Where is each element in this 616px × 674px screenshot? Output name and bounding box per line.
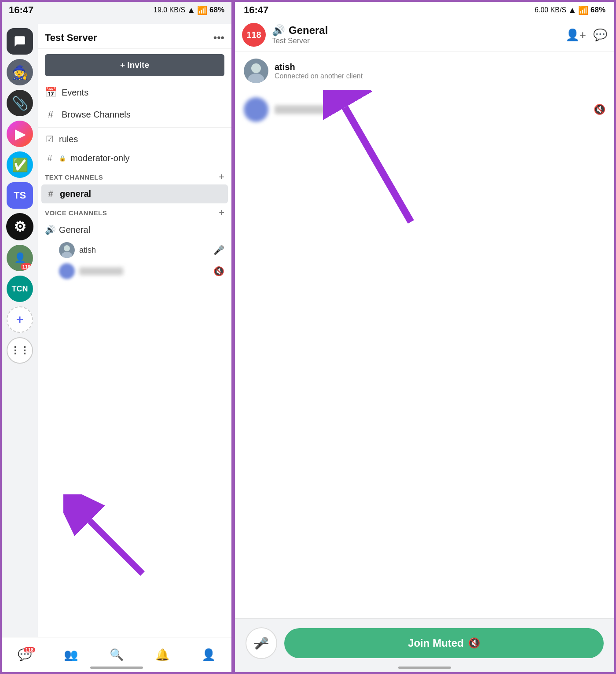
right-bottom-bar: 🎤 Join Muted 🔇 (235, 618, 614, 672)
moderator-only-label: moderator-only (70, 153, 130, 163)
voice-channels-header: VOICE CHANNELS (45, 209, 107, 217)
browse-channels-label: Browse Channels (62, 110, 131, 120)
right-wifi-icon: ▲ (568, 5, 576, 15)
server-name: Test Server (45, 32, 97, 44)
atish-avatar (59, 242, 75, 258)
server-sidebar: 🧙 📎 ▶ ✅ TS ⚙ 👤 118 TCN + ⋮⋮ (2, 24, 38, 637)
events-label: Events (62, 88, 88, 98)
mute-slash-icon: 🎤 (254, 637, 268, 650)
add-server-icon: + (16, 313, 23, 327)
channel-server: Test Server (272, 37, 559, 45)
channel-list: Test Server ••• + Invite 📅 Events # Brow… (38, 24, 231, 637)
add-text-channel-button[interactable]: + (219, 171, 224, 183)
moderator-hash-icon: # (45, 153, 55, 163)
blurred-right-name (275, 105, 327, 114)
nav-home[interactable]: 💬 118 (18, 648, 32, 662)
sidebar-item-chat[interactable] (7, 28, 33, 55)
right-time: 16:47 (244, 4, 268, 16)
atish-name: atish (79, 246, 96, 255)
signal-icon: 📶 (197, 5, 208, 15)
voice-member-blurred[interactable]: 🔇 (38, 261, 231, 282)
invite-button[interactable]: + Invite (45, 54, 224, 76)
rules-icon: ☑ (45, 134, 55, 144)
text-channels-section: TEXT CHANNELS + (38, 168, 231, 184)
hash-icon: # (46, 189, 55, 199)
voice-member-atish[interactable]: atish 🎤 (38, 239, 231, 261)
general-channel-label: general (60, 189, 91, 199)
sidebar-item-add[interactable]: + (7, 306, 33, 333)
sidebar-item-tcn[interactable]: TCN (7, 276, 33, 302)
join-muted-icon: 🔇 (468, 637, 480, 649)
atish-right-name: atish (275, 62, 605, 72)
general-voice-channel[interactable]: 🔊 General (38, 220, 231, 239)
voice-channel-header: 118 🔊 General Test Server 👤+ 💬 (235, 18, 614, 52)
join-muted-label: Join Muted (408, 637, 464, 649)
blurred-right-avatar (244, 97, 268, 122)
blurred-mute-icon: 🔇 (213, 266, 224, 276)
nav-notifications[interactable]: 🔔 (155, 648, 169, 662)
left-data-speed: 19.0 KB/S (154, 6, 185, 14)
blurred-avatar (59, 263, 75, 279)
right-battery-icon: 68% (590, 6, 605, 15)
browse-channels-menu-item[interactable]: # Browse Channels (38, 103, 231, 125)
sidebar-item-opus[interactable]: 📎 (7, 90, 33, 116)
home-icon: 💬 118 (18, 648, 32, 662)
browse-channels-icon: # (45, 109, 56, 120)
tree-icon: ⋮⋮ (10, 345, 29, 356)
svg-point-5 (251, 63, 261, 73)
add-voice-channel-button[interactable]: + (219, 207, 224, 218)
sidebar-item-openai[interactable]: ⚙ (6, 213, 33, 240)
left-time: 16:47 (9, 4, 33, 16)
header-actions: 👤+ 💬 (565, 28, 607, 42)
speaker-icon: 🔊 (45, 225, 55, 235)
voice-channels-section: VOICE CHANNELS + (38, 203, 231, 220)
channel-info: 🔊 General Test Server (272, 24, 559, 45)
right-home-indicator (398, 667, 451, 669)
search-icon: 🔍 (110, 648, 124, 662)
sidebar-item-user-green[interactable]: 👤 118 (7, 245, 33, 271)
nav-profile[interactable]: 👤 (202, 648, 216, 662)
profile-icon: 👤 (202, 648, 216, 662)
sidebar-item-wizard[interactable]: 🧙 (7, 59, 33, 85)
atish-right-status: Connected on another client (275, 72, 605, 80)
sidebar-item-ts[interactable]: TS (7, 182, 33, 209)
server-options-button[interactable]: ••• (213, 32, 224, 44)
atish-mute-icon: 🎤 (213, 245, 224, 255)
nav-friends[interactable]: 👥 (64, 648, 78, 662)
join-muted-button[interactable]: Join Muted 🔇 (284, 628, 604, 658)
sidebar-badge: 118 (21, 263, 32, 270)
lock-icon: 🔒 (59, 155, 66, 162)
mute-toggle-button[interactable]: 🎤 (246, 627, 277, 659)
sidebar-item-gradient[interactable]: ▶ (7, 121, 33, 147)
divider-1 (38, 127, 231, 128)
events-menu-item[interactable]: 📅 Events (38, 81, 231, 103)
speaker-icon-header: 🔊 (272, 24, 285, 37)
server-header: Test Server ••• (38, 24, 231, 49)
svg-point-1 (64, 245, 70, 251)
moderator-only-channel[interactable]: # 🔒 moderator-only (38, 149, 231, 168)
wifi-icon: ▲ (187, 5, 195, 15)
left-status-bar: 16:47 19.0 KB/S ▲ 📶 68% (2, 2, 231, 18)
battery-icon: 68% (209, 6, 224, 15)
member-row-blurred[interactable]: 🔇 (235, 90, 614, 129)
left-status-icons: 19.0 KB/S ▲ 📶 68% (154, 5, 224, 15)
sidebar-item-taskade[interactable]: ✅ (7, 151, 33, 178)
general-voice-label: General (59, 225, 90, 235)
friends-icon: 👥 (64, 648, 78, 662)
sidebar-item-tree[interactable]: ⋮⋮ (7, 337, 33, 364)
general-text-channel[interactable]: # general (41, 184, 228, 203)
right-phone: 16:47 6.00 KB/S ▲ 📶 68% 118 🔊 General Te… (233, 0, 616, 674)
rules-channel[interactable]: ☑ rules (38, 129, 231, 149)
member-row-atish[interactable]: atish Connected on another client (235, 52, 614, 90)
nav-search[interactable]: 🔍 (110, 648, 124, 662)
channel-name: 🔊 General (272, 24, 559, 37)
blurred-mute-action: 🔇 (594, 104, 605, 115)
right-status-icons: 6.00 KB/S ▲ 📶 68% (535, 5, 605, 15)
add-member-button[interactable]: 👤+ (565, 28, 586, 42)
left-home-indicator (90, 667, 143, 669)
channel-badge: 118 (242, 23, 266, 47)
events-icon: 📅 (45, 87, 56, 98)
ts-label: TS (14, 190, 26, 201)
rules-label: rules (59, 134, 78, 144)
chat-button[interactable]: 💬 (593, 28, 607, 42)
